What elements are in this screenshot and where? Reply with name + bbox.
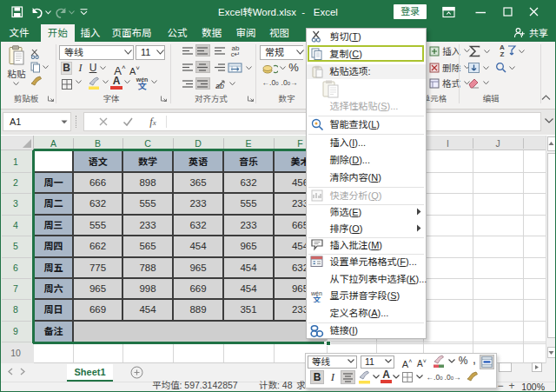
svg-text:文: 文 [313, 294, 321, 303]
svg-text:ab: ab [215, 82, 224, 90]
